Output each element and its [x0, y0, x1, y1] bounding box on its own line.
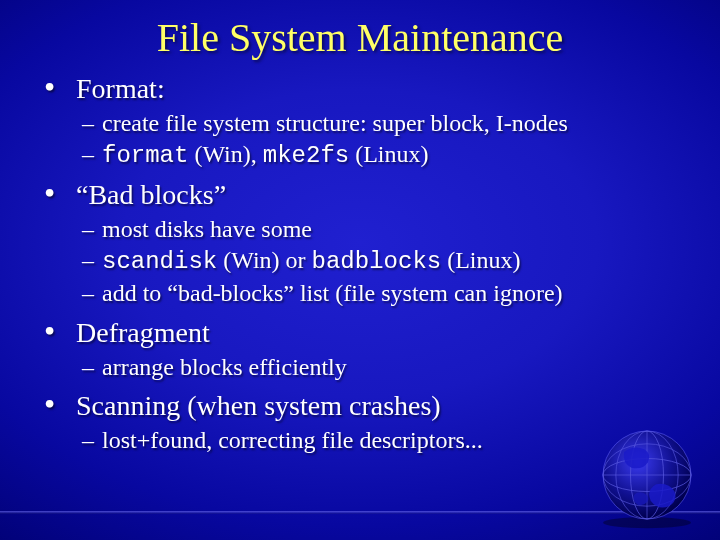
sub-item: add to “bad-blocks” list (file system ca… — [102, 278, 690, 309]
sub-list: most disks have some scandisk (Win) or b… — [76, 214, 690, 308]
code-text: format — [102, 142, 188, 169]
sub-item: most disks have some — [102, 214, 690, 245]
bullet-format: Format: create file system structure: su… — [56, 71, 690, 171]
bullet-label: Format: — [76, 73, 165, 104]
sub-list: arrange blocks efficiently — [76, 352, 690, 383]
text: (Linux) — [349, 141, 428, 167]
sub-item: create file system structure: super bloc… — [102, 108, 690, 139]
text: (Win), — [188, 141, 262, 167]
bullet-defragment: Defragment arrange blocks efficiently — [56, 315, 690, 383]
sub-list: create file system structure: super bloc… — [76, 108, 690, 171]
bullet-bad-blocks: “Bad blocks” most disks have some scandi… — [56, 177, 690, 308]
code-text: badblocks — [312, 248, 442, 275]
sub-item: format (Win), mke2fs (Linux) — [102, 139, 690, 172]
sub-item: scandisk (Win) or badblocks (Linux) — [102, 245, 690, 278]
slide-title: File System Maintenance — [0, 0, 720, 61]
text: (Linux) — [441, 247, 520, 273]
code-text: mke2fs — [263, 142, 349, 169]
bullet-list: Format: create file system structure: su… — [0, 71, 720, 456]
text: (Win) or — [217, 247, 311, 273]
sub-item: arrange blocks efficiently — [102, 352, 690, 383]
bullet-label: Scanning (when system crashes) — [76, 390, 441, 421]
globe-icon — [592, 420, 702, 530]
bullet-label: “Bad blocks” — [76, 179, 226, 210]
bullet-label: Defragment — [76, 317, 210, 348]
slide: File System Maintenance Format: create f… — [0, 0, 720, 540]
code-text: scandisk — [102, 248, 217, 275]
